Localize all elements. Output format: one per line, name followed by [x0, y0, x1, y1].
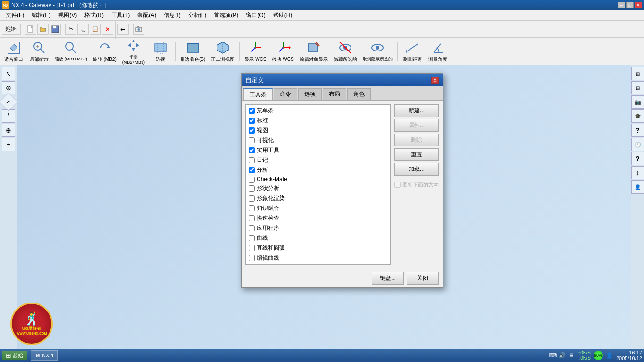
delete-button[interactable]: ✕ — [102, 24, 113, 35]
clock-button[interactable]: 🕐 — [631, 138, 644, 151]
properties-button[interactable]: 属性... — [394, 119, 439, 132]
menu-tools[interactable]: 工具(T) — [108, 10, 134, 20]
copy-button[interactable]: ⿻ — [77, 24, 89, 35]
menu-view[interactable]: 视图(V) — [54, 10, 81, 20]
menu-help[interactable]: 帮助(H) — [269, 10, 296, 20]
toolbar-list-item[interactable]: 形象化渲染 — [247, 194, 389, 203]
measure-distance-button[interactable]: 测量距离 — [401, 39, 424, 64]
hide-selected-button[interactable]: 隐藏所选的 — [332, 39, 359, 64]
menu-analysis[interactable]: 分析(L) — [184, 10, 210, 20]
toolbar-checkbox-12[interactable] — [249, 225, 255, 231]
toolbar-list-item[interactable]: 视图 — [247, 126, 389, 135]
toolbar-list-item[interactable]: 日记 — [247, 155, 389, 165]
tab-layout[interactable]: 布局 — [323, 88, 346, 100]
menu-file[interactable]: 文件(F) — [2, 10, 28, 20]
paste-button[interactable]: 📋 — [90, 24, 101, 35]
toolbar-list-item[interactable]: 知识融合 — [247, 203, 389, 213]
start-button[interactable]: 起始· — [2, 24, 21, 35]
restore-button[interactable]: □ — [626, 2, 634, 8]
toolbar-list-item[interactable]: 可视化 — [247, 135, 389, 145]
save-file-button[interactable] — [50, 24, 61, 35]
select-tool-button[interactable]: ↖ — [2, 67, 15, 80]
customize-dialog[interactable]: 自定义 ✕ 工具条 命令 选项 布局 角色 菜单条标准视图可视化实用工具日记分析… — [241, 73, 443, 288]
icon-text-checkbox[interactable] — [394, 182, 401, 188]
pan-button[interactable]: 平移(MB2+MB3) — [120, 39, 147, 64]
view-options-button[interactable]: ⊞ — [631, 67, 644, 80]
toolbar-checkbox-6[interactable] — [249, 167, 255, 173]
new-file-button[interactable] — [25, 24, 36, 35]
info-button[interactable]: ? — [631, 152, 644, 165]
cut-button[interactable]: ✂ — [65, 24, 76, 35]
screenshot-button[interactable] — [133, 24, 144, 35]
zoom-button[interactable]: 缩放 (MB1+MB2) — [53, 39, 89, 64]
show-selected-button[interactable]: 取消隐藏所选的 — [361, 39, 394, 64]
toolbar-checkbox-15[interactable] — [249, 255, 255, 261]
tab-options[interactable]: 选项 — [298, 88, 322, 100]
toolbar-list-item[interactable]: 应用程序 — [247, 223, 389, 233]
tab-role[interactable]: 角色 — [347, 88, 371, 100]
move-wcs-button[interactable]: 移动 WCS — [270, 39, 295, 64]
tutorial-button[interactable]: 🎓 — [631, 109, 644, 123]
undo-button[interactable]: ↩ — [117, 24, 129, 35]
display-wcs-button[interactable]: 显示 WCS — [243, 39, 268, 64]
toolbar-checkbox-13[interactable] — [249, 235, 255, 241]
toolbar-checkbox-0[interactable] — [249, 108, 255, 114]
circle-tool-button[interactable]: ⊕ — [2, 124, 15, 137]
menu-edit[interactable]: 编辑(E) — [28, 10, 54, 20]
toolbar-checkbox-5[interactable] — [249, 157, 255, 163]
start-menu-button[interactable]: ⊞ 起始 — [2, 351, 27, 360]
fit-window-button[interactable]: 适合窗口 — [2, 39, 25, 64]
toolbar-checkbox-7[interactable] — [249, 177, 255, 183]
close-button[interactable]: ✕ — [635, 2, 642, 8]
measure-angle-button[interactable]: 测量角度 — [426, 39, 450, 64]
reset-button[interactable]: 重置 — [394, 148, 439, 161]
line-tool-button[interactable]: / — [0, 93, 17, 111]
toolbar-checkbox-11[interactable] — [249, 215, 255, 221]
load-button[interactable]: 加载... — [394, 163, 439, 176]
toolbar-list-item[interactable]: 菜单条 — [247, 106, 389, 116]
keyboard-button[interactable]: 键盘... — [372, 272, 404, 285]
menu-window[interactable]: 窗口(O) — [242, 10, 269, 20]
menu-assembly[interactable]: 装配(A) — [134, 10, 160, 20]
toolbar-checkbox-10[interactable] — [249, 205, 255, 211]
toolbar-list-item[interactable]: 形状分析 — [247, 184, 389, 194]
rotate-button[interactable]: 旋转 (MB2) — [91, 39, 118, 64]
taskbar-nx-item[interactable]: 🖥 NX 4 — [31, 350, 58, 361]
dialog-close-btn[interactable]: 关闭 — [407, 272, 439, 285]
toolbar-checkbox-2[interactable] — [249, 127, 255, 134]
toolbar-checkbox-9[interactable] — [249, 195, 255, 202]
toolbar-checkbox-14[interactable] — [249, 245, 255, 251]
toolbar-checkbox-3[interactable] — [249, 137, 255, 143]
tab-toolbar[interactable]: 工具条 — [243, 88, 273, 100]
open-file-button[interactable] — [37, 24, 49, 35]
toolbar-list-item[interactable]: Check-Mate — [247, 175, 389, 184]
collapse-button[interactable]: ⊟ — [631, 81, 644, 94]
toolbar-list-item[interactable]: 标准 — [247, 116, 389, 126]
add-tool-button[interactable]: + — [2, 138, 15, 151]
toolbar-checkbox-8[interactable] — [249, 185, 255, 192]
minimize-button[interactable]: ─ — [618, 2, 625, 8]
new-toolbar-button[interactable]: 新建... — [394, 104, 439, 117]
delete-toolbar-button[interactable]: 删除 — [394, 134, 439, 146]
tab-command[interactable]: 命令 — [274, 88, 297, 100]
help-button[interactable]: ? — [631, 124, 644, 137]
toolbar-checkbox-4[interactable] — [249, 147, 255, 153]
menu-info[interactable]: 信息(I) — [160, 10, 184, 20]
toolbar-list-item[interactable]: 直线和圆弧 — [247, 243, 389, 253]
toolbar-list[interactable]: 菜单条标准视图可视化实用工具日记分析Check-Mate形状分析形象化渲染知识融… — [245, 104, 391, 265]
dialog-close-button[interactable]: ✕ — [431, 77, 439, 84]
perspective-button[interactable]: 透视 — [149, 39, 172, 64]
toolbar-list-item[interactable]: 编辑曲线 — [247, 253, 389, 263]
shaded-edges-button[interactable]: 带边着色(S) — [178, 39, 207, 64]
toolbar-list-item[interactable]: 快速检查 — [247, 213, 389, 223]
isometric-view-button[interactable]: 正二测视图 — [209, 39, 236, 64]
edit-display-button[interactable]: 编辑对象显示 — [298, 39, 330, 64]
toolbar-list-item[interactable]: 分析 — [247, 165, 389, 175]
toolbar-list-item[interactable]: 实用工具 — [247, 145, 389, 155]
camera-button[interactable]: 📷 — [631, 95, 644, 109]
zoom-area-button[interactable]: 局部缩放 — [27, 39, 51, 64]
toolbar-list-item[interactable]: 捕捉点 — [247, 263, 389, 265]
menu-preferences[interactable]: 首选项(P) — [210, 10, 242, 20]
toolbar-checkbox-1[interactable] — [249, 118, 255, 124]
resize-button[interactable]: ↕ — [631, 166, 644, 179]
